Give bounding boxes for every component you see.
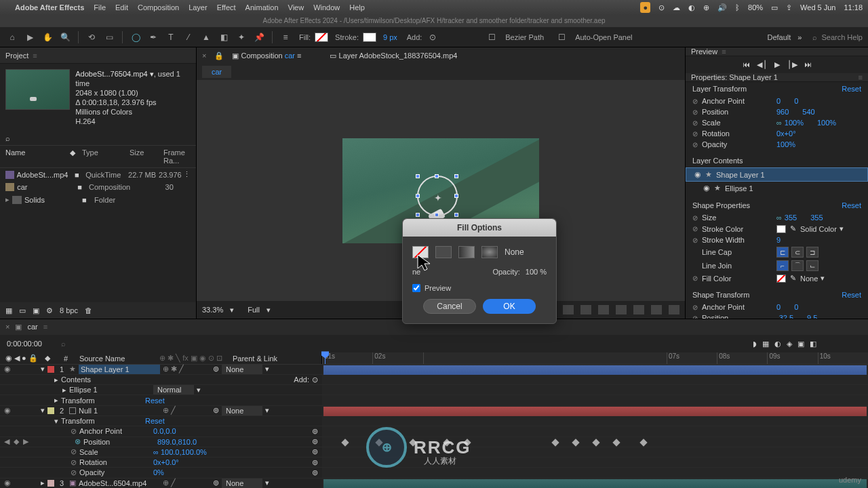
stopwatch-icon[interactable]: ⊘ — [692, 98, 702, 105]
stopwatch-icon[interactable]: ⊘ — [692, 237, 702, 244]
join-miter-icon[interactable]: ⌐ — [776, 260, 789, 271]
disclosure-icon[interactable]: ▾ — [54, 417, 58, 426]
tab-composition[interactable]: ▣ Composition car ≡ — [232, 52, 301, 60]
vis-toggle[interactable]: ◉ — [4, 479, 12, 487]
project-row-comp[interactable]: car ■ Composition 30 — [0, 181, 196, 193]
reset-link[interactable]: Reset — [145, 396, 165, 405]
keyframe[interactable] — [592, 439, 599, 446]
pickwhip-icon[interactable]: ⊚ — [213, 406, 219, 415]
vis-toggle[interactable]: ◉ — [4, 365, 12, 373]
res-arrow-icon[interactable]: ▾ — [267, 306, 271, 314]
channel-icon[interactable] — [633, 305, 644, 314]
new-folder-icon[interactable]: ▭ — [19, 306, 26, 315]
pickwhip-icon[interactable]: ⊚ — [312, 427, 318, 436]
preview-label[interactable]: Preview — [425, 284, 451, 292]
stopwatch-icon[interactable]: ⊘ — [71, 458, 77, 467]
keyframe[interactable] — [341, 439, 349, 446]
zoom-dropdown[interactable]: 33.3% — [202, 306, 223, 314]
dropdown-arrow-icon[interactable]: ▾ — [840, 224, 844, 233]
handle-tl[interactable] — [416, 174, 420, 178]
selection-tool-icon[interactable]: ▶ — [23, 30, 37, 44]
link-icon[interactable]: ∞ — [776, 119, 782, 127]
snapshot-icon[interactable] — [669, 305, 679, 314]
stp-y[interactable]: 9.5 — [807, 314, 817, 319]
pos-x[interactable]: 960 — [776, 108, 789, 116]
stopwatch-icon[interactable]: ⊘ — [692, 304, 702, 311]
project-row-folder[interactable]: ▸ Solids ■ Folder — [0, 193, 196, 206]
size-x[interactable]: 355 — [785, 214, 797, 222]
fill-radial-button[interactable] — [481, 246, 498, 258]
add-dropdown-icon[interactable]: ⊙ — [426, 30, 439, 44]
keyframe[interactable] — [612, 439, 620, 446]
eraser-tool-icon[interactable]: ◧ — [217, 30, 231, 44]
eyedropper-icon[interactable]: ✎ — [790, 274, 796, 283]
mask-icon[interactable] — [598, 305, 609, 314]
first-frame-icon[interactable]: ⏮ — [743, 60, 750, 69]
panel-menu-icon[interactable]: ≡ — [859, 73, 863, 81]
handle-bc[interactable] — [435, 213, 439, 217]
menu-composition[interactable]: Composition — [138, 3, 179, 12]
disclosure-icon[interactable]: ▾ — [41, 406, 45, 415]
autoopen-label[interactable]: Auto-Open Panel — [575, 33, 632, 41]
prop-val[interactable]: 0% — [153, 468, 164, 476]
preview-checkbox[interactable] — [412, 284, 420, 292]
kf-prev-icon[interactable]: ◀ — [4, 437, 11, 446]
tl-layer-3[interactable]: ◉▸3▣AdobeSt...6504.mp4⊕ ╱⊚None▾ — [0, 479, 868, 488]
dropdown-arrow-icon[interactable]: ▾ — [265, 365, 269, 373]
anchor-x[interactable]: 0 — [776, 97, 781, 105]
stopwatch-icon[interactable]: ⊘ — [692, 274, 702, 282]
pickwhip-icon[interactable]: ⊚ — [312, 437, 318, 446]
anchor-y[interactable]: 0 — [794, 97, 798, 105]
disclosure-icon[interactable]: ▸ — [5, 195, 12, 204]
anchor-icon[interactable]: ✦ — [434, 192, 442, 203]
menu-effect[interactable]: Effect — [217, 3, 236, 12]
stopwatch-icon[interactable]: ⊘ — [692, 141, 702, 148]
stopwatch-icon[interactable]: ⊘ — [692, 119, 702, 127]
panel-menu-icon[interactable]: ≡ — [722, 47, 726, 56]
interp-icon[interactable]: ▦ — [5, 306, 12, 315]
layer-name[interactable]: AdobeSt...6504.mp4 — [79, 479, 160, 487]
prop-val[interactable]: 899.0,810.0 — [157, 438, 197, 446]
tl-transform-2[interactable]: ▾TransformReset — [0, 416, 868, 426]
pickwhip-icon[interactable]: ⊚ — [213, 365, 219, 373]
menu-view[interactable]: View — [288, 3, 304, 12]
pos-y[interactable]: 540 — [802, 108, 814, 116]
breadcrumb-comp[interactable]: car — [202, 66, 231, 78]
tl-transform-1[interactable]: ▸TransformReset — [0, 395, 868, 405]
col-name[interactable]: Name — [5, 148, 70, 165]
kf-add-icon[interactable]: ◆ — [14, 437, 20, 446]
dropdown-arrow-icon[interactable]: ▾ — [265, 479, 269, 487]
app-name[interactable]: Adobe After Effects — [15, 3, 84, 12]
cap-round-icon[interactable]: ⊂ — [791, 247, 804, 258]
col-framerate[interactable]: Frame Ra... — [163, 148, 191, 165]
home-icon[interactable]: ⌂ — [5, 30, 19, 44]
tl-comp-name[interactable]: car — [27, 323, 37, 331]
disclosure-icon[interactable]: ▸ — [62, 386, 66, 394]
tab-layer[interactable]: ▭ Layer AdobeStock_188376504.mp4 — [330, 52, 457, 60]
battery-icon[interactable]: ▭ — [771, 3, 778, 12]
proj-item-name[interactable]: AdobeSt...76504.mp4 ▾ — [75, 70, 153, 78]
reset-button[interactable]: Reset — [842, 291, 861, 299]
bluetooth-icon[interactable]: ᛒ — [735, 3, 740, 12]
tl-contents[interactable]: ▸ContentsAdd:⊙ — [0, 375, 868, 385]
fill-none-button[interactable] — [412, 246, 429, 258]
fill-swatch[interactable] — [315, 33, 328, 42]
tl-close-icon[interactable]: × — [5, 323, 9, 331]
pickwhip-icon[interactable]: ⊚ — [312, 447, 318, 456]
layer-contents-header[interactable]: Layer Contents — [692, 157, 743, 165]
volume-icon[interactable]: 🔊 — [717, 3, 727, 12]
menu-edit[interactable]: Edit — [115, 3, 128, 12]
handle-bl[interactable] — [416, 213, 420, 217]
pen-tool-icon[interactable]: ✒ — [146, 30, 160, 44]
parent-dropdown[interactable]: None — [222, 365, 262, 374]
trash-icon[interactable]: 🗑 — [85, 306, 92, 314]
join-bevel-icon[interactable]: ⌙ — [806, 260, 818, 271]
bpc-button[interactable]: 8 bpc — [60, 306, 78, 314]
layer-name[interactable]: Shape Layer 1 — [79, 365, 160, 374]
tab-menu-icon[interactable]: ≡ — [297, 52, 301, 60]
eyedropper-icon[interactable]: ✎ — [790, 224, 796, 233]
menu-layer[interactable]: Layer — [189, 3, 208, 12]
wifi-icon[interactable]: ⊕ — [703, 3, 709, 12]
layer-bar[interactable] — [323, 479, 867, 488]
handle-mr[interactable] — [454, 194, 458, 198]
